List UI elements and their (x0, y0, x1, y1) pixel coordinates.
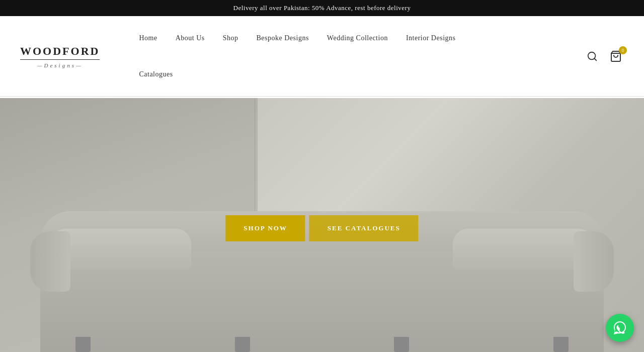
nav-bespoke[interactable]: Bespoke Designs (248, 30, 318, 46)
whatsapp-icon (612, 320, 628, 336)
nav-catalogues[interactable]: Catalogues (130, 66, 182, 82)
nav-shop[interactable]: Shop (214, 30, 248, 46)
header-divider (0, 96, 644, 97)
logo-brand: WOODFORD (20, 45, 100, 58)
see-catalogues-button[interactable]: SEE CATALOGUES (309, 215, 419, 241)
nav-wedding[interactable]: Wedding Collection (318, 30, 397, 46)
cart-count: 0 (619, 46, 627, 54)
search-icon (587, 51, 598, 62)
nav-row-top: Home About Us Shop Bespoke Designs Weddi… (130, 30, 585, 46)
svg-line-1 (594, 58, 596, 60)
header-icons: 0 (585, 48, 624, 64)
sofa-cushion-left (50, 229, 191, 269)
whatsapp-button[interactable] (606, 314, 634, 342)
logo-sub: —Designs— (37, 62, 83, 68)
nav-row-bottom: Catalogues (130, 66, 585, 82)
hero-section: SHOP NOW SEE CATALOGUES (0, 98, 644, 352)
main-nav: Home About Us Shop Bespoke Designs Weddi… (130, 30, 585, 82)
sofa-arm-right (574, 231, 614, 292)
sofa-cushion-right (453, 229, 594, 269)
search-button[interactable] (585, 49, 600, 64)
sofa-leg (75, 337, 91, 352)
sofa-leg (553, 337, 569, 352)
logo[interactable]: WOODFORD —Designs— (20, 45, 100, 68)
logo-line (20, 59, 100, 60)
cart-button[interactable]: 0 (608, 48, 624, 64)
cta-area: SHOP NOW SEE CATALOGUES (225, 215, 418, 241)
sofa-leg (394, 337, 409, 352)
nav-interior[interactable]: Interior Designs (397, 30, 465, 46)
announcement-text: Delivery all over Pakistan: 50% Advance,… (233, 4, 411, 12)
announcement-bar: Delivery all over Pakistan: 50% Advance,… (0, 0, 644, 16)
nav-home[interactable]: Home (130, 30, 166, 46)
sofa-legs (75, 337, 569, 352)
nav-about[interactable]: About Us (167, 30, 214, 46)
shop-now-button[interactable]: SHOP NOW (225, 215, 305, 241)
sofa-arm-left (30, 231, 70, 292)
header: WOODFORD —Designs— Home About Us Shop Be… (0, 16, 644, 97)
sofa-leg (235, 337, 250, 352)
